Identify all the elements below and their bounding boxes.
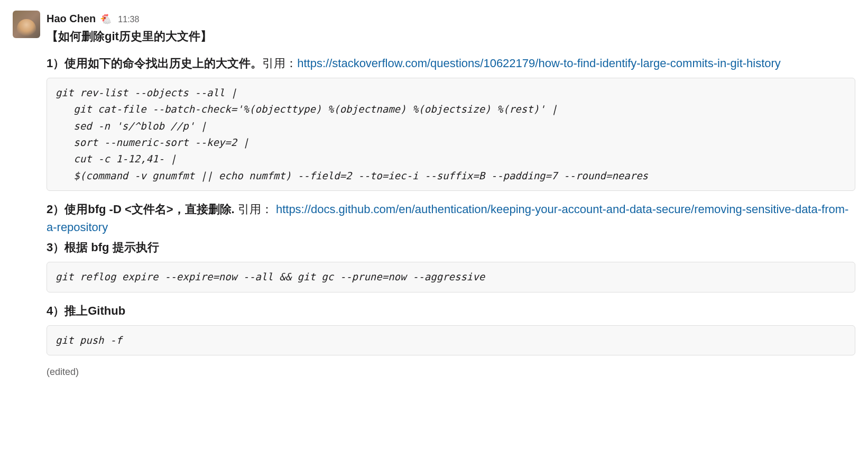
code-block-3[interactable]: git push -f [47, 325, 855, 355]
step-2-plain: 引用： [235, 203, 276, 216]
step-1-link[interactable]: https://stackoverflow.com/questions/1062… [297, 57, 781, 70]
step-4-bold: 4）推上Github [47, 304, 125, 317]
message-timestamp[interactable]: 11:38 [118, 13, 139, 26]
code-block-2[interactable]: git reflog expire --expire=now --all && … [47, 262, 855, 292]
author-name[interactable]: Hao Chen [47, 11, 96, 26]
step-4-line: 4）推上Github [47, 302, 855, 320]
message-body: Hao Chen 🐔 11:38 【如何删除git历史里的大文件】 1）使用如下… [47, 11, 855, 379]
chat-message: Hao Chen 🐔 11:38 【如何删除git历史里的大文件】 1）使用如下… [13, 11, 855, 379]
step-1-line: 1）使用如下的命令找出历史上的大文件。引用：https://stackoverf… [47, 54, 855, 72]
message-header: Hao Chen 🐔 11:38 [47, 11, 855, 26]
edited-label: (edited) [47, 365, 855, 379]
step-1-plain: 引用： [262, 57, 297, 70]
step-3-bold: 3）根据 bfg 提示执行 [47, 241, 159, 254]
status-emoji-icon: 🐔 [100, 12, 112, 26]
step-1-bold: 1）使用如下的命令找出历史上的大文件。 [47, 57, 262, 70]
avatar[interactable] [13, 11, 40, 38]
step-3-line: 3）根据 bfg 提示执行 [47, 239, 855, 257]
step-2-line: 2）使用bfg -D <文件名>，直接删除. 引用： https://docs.… [47, 200, 855, 236]
step-2-bold: 2）使用bfg -D <文件名>，直接删除. [47, 203, 235, 216]
message-title: 【如何删除git历史里的大文件】 [47, 28, 855, 45]
code-block-1[interactable]: git rev-list --objects --all | git cat-f… [47, 78, 855, 191]
